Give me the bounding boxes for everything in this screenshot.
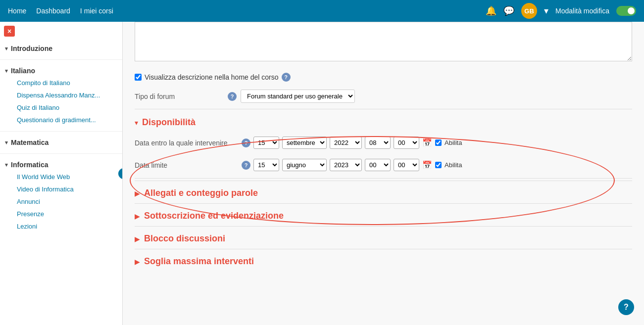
abilita-entro-label: Abilita bbox=[445, 139, 462, 146]
sidebar-item-world-wide-web[interactable]: Il World Wide Web bbox=[5, 171, 117, 183]
help-icon-tipo-forum[interactable]: ? bbox=[228, 92, 237, 101]
abilita-limite-checkbox[interactable] bbox=[435, 162, 442, 168]
nav-links: Home Dashboard I miei corsi bbox=[8, 7, 113, 15]
sidebar-item-video-informatica[interactable]: Video di Informatica bbox=[5, 183, 117, 195]
data-limite-label: Data limite bbox=[135, 161, 239, 169]
section-label: Italiano bbox=[11, 67, 35, 75]
chevron-down-icon[interactable]: ▾ bbox=[544, 5, 548, 16]
calendar-icon-entro[interactable]: 📅 bbox=[422, 138, 432, 147]
nav-dashboard[interactable]: Dashboard bbox=[36, 7, 70, 15]
sidebar-section-italiano: ▾ Italiano Compito di Italiano Dispensa … bbox=[0, 62, 122, 129]
sottoscrizione-section[interactable]: ▶ Sottoscrizione ed evidenziazione bbox=[135, 203, 632, 226]
allegati-section[interactable]: ▶ Allegati e conteggio parole bbox=[135, 181, 632, 203]
data-limite-year-select[interactable]: 2023 bbox=[330, 159, 362, 171]
sidebar-section-introduzione: ▾ Introduzione bbox=[0, 40, 122, 57]
blocco-discussioni-title: Blocco discussioni bbox=[144, 233, 225, 244]
disponibilita-header[interactable]: ▾ Disponibilità bbox=[135, 111, 632, 132]
sidebar: × ▾ Introduzione ▾ Italiano Compito di I… bbox=[0, 22, 123, 325]
section-label: Informatica bbox=[11, 161, 48, 169]
chevron-down-icon: ▾ bbox=[135, 119, 138, 127]
help-icon-data-limite[interactable]: ? bbox=[242, 161, 250, 170]
section-label: Matematica bbox=[11, 139, 49, 146]
visualizza-descrizione-checkbox[interactable] bbox=[135, 74, 142, 81]
help-icon-visualizza[interactable]: ? bbox=[282, 73, 291, 82]
description-textarea[interactable] bbox=[135, 22, 632, 61]
allegati-title: Allegati e conteggio parole bbox=[144, 188, 258, 198]
sidebar-section-title-informatica[interactable]: ▾ Informatica bbox=[5, 159, 117, 171]
sidebar-item-dispensa[interactable]: Dispensa Alessandro Manz... bbox=[5, 89, 117, 101]
sidebar-item-presenze[interactable]: Presenze bbox=[5, 208, 117, 220]
data-entro-day-select[interactable]: 15 bbox=[253, 137, 279, 149]
chevron-right-icon: ▶ bbox=[135, 258, 140, 266]
sidebar-section-informatica: ▾ Informatica Il World Wide Web Video di… bbox=[0, 156, 122, 235]
modalita-modifica-toggle[interactable] bbox=[616, 6, 636, 16]
data-limite-month-select[interactable]: giugno bbox=[282, 159, 327, 171]
main-content: Visualizza descrizione nella home del co… bbox=[123, 22, 644, 325]
sidebar-item-compito-italiano[interactable]: Compito di Italiano bbox=[5, 77, 117, 89]
chevron-right-icon: ▶ bbox=[135, 212, 140, 220]
disponibilita-title: Disponibilità bbox=[142, 117, 196, 128]
tipo-forum-label: Tipo di forum bbox=[135, 93, 224, 100]
blocco-discussioni-section[interactable]: ▶ Blocco discussioni bbox=[135, 226, 632, 249]
sidebar-item-questionario[interactable]: Questionario di gradiment... bbox=[5, 114, 117, 126]
sidebar-item-annunci[interactable]: Annunci bbox=[5, 195, 117, 208]
abilita-entro-checkbox[interactable] bbox=[435, 139, 442, 146]
soglia-massima-title: Soglia massima interventi bbox=[144, 256, 254, 267]
sidebar-section-matematica: ▾ Matematica bbox=[0, 134, 122, 151]
chevron-down-icon: ▾ bbox=[5, 162, 8, 168]
message-icon[interactable]: 💬 bbox=[503, 5, 514, 16]
data-entro-min-select[interactable]: 00 bbox=[394, 137, 419, 149]
disponibilita-section: ▾ Disponibilità Data entro la quale inte… bbox=[135, 111, 632, 176]
sottoscrizione-title: Sottoscrizione ed evidenziazione bbox=[144, 211, 284, 221]
data-entro-hour-select[interactable]: 08 bbox=[365, 137, 391, 149]
sidebar-close-button[interactable]: × bbox=[4, 26, 15, 37]
sidebar-section-title-italiano[interactable]: ▾ Italiano bbox=[5, 65, 117, 77]
data-entro-month-select[interactable]: settembre bbox=[282, 137, 327, 149]
data-entro-label: Data entro la quale intervenire bbox=[135, 139, 239, 147]
sidebar-item-lezioni[interactable]: Lezioni bbox=[5, 220, 117, 232]
data-entro-row: Data entro la quale intervenire ? 15 set… bbox=[135, 132, 632, 154]
tipo-forum-select[interactable]: Forum standard per uso generale bbox=[241, 90, 355, 103]
tipo-forum-row: Tipo di forum ? Forum standard per uso g… bbox=[135, 86, 632, 107]
notification-icon[interactable]: 🔔 bbox=[486, 5, 496, 16]
data-limite-row: Data limite ? 15 giugno 2023 00 bbox=[135, 154, 632, 176]
avatar[interactable]: GB bbox=[521, 3, 537, 19]
data-limite-min-select[interactable]: 00 bbox=[394, 159, 419, 171]
chevron-down-icon: ▾ bbox=[5, 46, 8, 52]
chevron-right-icon: ▶ bbox=[135, 189, 140, 197]
nav-right: 🔔 💬 GB ▾ Modalità modifica bbox=[486, 3, 636, 19]
chevron-down-icon: ▾ bbox=[5, 68, 8, 74]
chevron-down-icon: ▾ bbox=[5, 139, 8, 146]
sidebar-section-title-matematica[interactable]: ▾ Matematica bbox=[5, 137, 117, 148]
modalita-modifica-label: Modalità modifica bbox=[555, 7, 609, 15]
floating-help-button[interactable]: ? bbox=[618, 299, 634, 315]
nav-my-courses[interactable]: I miei corsi bbox=[80, 7, 113, 15]
data-entro-year-select[interactable]: 2022 bbox=[330, 137, 362, 149]
sidebar-section-title-introduzione[interactable]: ▾ Introduzione bbox=[5, 43, 117, 54]
help-icon-data-entro[interactable]: ? bbox=[242, 139, 250, 147]
sidebar-item-quiz-italiano[interactable]: Quiz di Italiano bbox=[5, 101, 117, 114]
abilita-limite-label: Abilita bbox=[445, 161, 462, 169]
top-navigation: Home Dashboard I miei corsi 🔔 💬 GB ▾ Mod… bbox=[0, 0, 644, 22]
visualizza-descrizione-row: Visualizza descrizione nella home del co… bbox=[135, 73, 632, 82]
chevron-right-icon: ▶ bbox=[135, 235, 140, 243]
calendar-icon-limite[interactable]: 📅 bbox=[422, 160, 432, 170]
data-limite-day-select[interactable]: 15 bbox=[253, 159, 279, 171]
data-limite-hour-select[interactable]: 00 bbox=[365, 159, 391, 171]
visualizza-descrizione-label: Visualizza descrizione nella home del co… bbox=[145, 73, 279, 81]
soglia-massima-section[interactable]: ▶ Soglia massima interventi bbox=[135, 249, 632, 272]
section-label: Introduzione bbox=[11, 45, 52, 52]
nav-home[interactable]: Home bbox=[8, 7, 26, 15]
